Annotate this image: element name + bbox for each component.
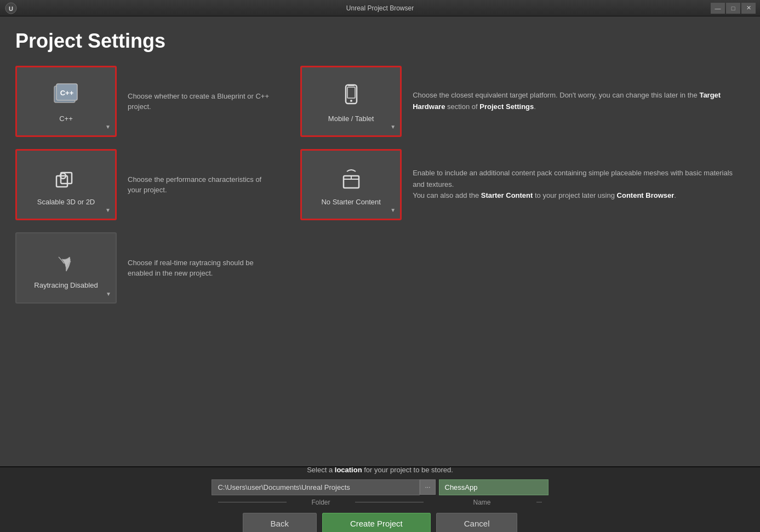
left-column: C++ C++ ▼ Choose whether to create a Blu… xyxy=(15,66,284,310)
window-controls: — □ ✕ xyxy=(711,3,756,14)
browse-folder-button[interactable]: ··· xyxy=(420,479,435,495)
name-label: Name xyxy=(427,499,536,506)
cpp-row: C++ C++ ▼ Choose whether to create a Blu… xyxy=(15,66,284,137)
create-project-button[interactable]: Create Project xyxy=(322,513,431,533)
location-label: Select a location for your project to be… xyxy=(307,466,453,474)
starter-label: No Starter Content xyxy=(321,198,380,206)
starter-icon xyxy=(336,164,367,195)
raytracing-row: Raytracing Disabled ▼ Choose if real-tim… xyxy=(15,232,284,304)
cpp-description: Choose whether to create a Blueprint or … xyxy=(117,91,284,112)
window-title: Unreal Project Browser xyxy=(346,4,414,12)
right-column: Mobile / Tablet ▼ Choose the closest equ… xyxy=(300,66,745,310)
cpp-icon: C++ xyxy=(51,81,82,111)
action-buttons: Back Create Project Cancel xyxy=(22,513,738,533)
folder-separator-right xyxy=(355,502,424,502)
folder-path-input[interactable] xyxy=(212,479,420,495)
mobile-row: Mobile / Tablet ▼ Choose the closest equ… xyxy=(300,66,745,137)
svg-point-10 xyxy=(350,100,352,102)
folder-label: Folder xyxy=(287,499,355,506)
bottom-bar: Select a location for your project to be… xyxy=(0,466,760,532)
maximize-button[interactable]: □ xyxy=(726,3,740,14)
mobile-label: Mobile / Tablet xyxy=(328,115,374,123)
starter-row: No Starter Content ▼ Enable to include a… xyxy=(300,149,745,220)
cpp-tile[interactable]: C++ C++ ▼ xyxy=(15,66,117,137)
page-title: Project Settings xyxy=(15,30,745,53)
cpp-label: C++ xyxy=(59,115,73,123)
mobile-description: Choose the closest equivalent target pla… xyxy=(402,90,745,113)
close-button[interactable]: ✕ xyxy=(741,3,756,14)
starter-description: Enable to include an additional content … xyxy=(402,168,745,202)
scalable-description: Choose the performance characteristics o… xyxy=(117,174,284,196)
starter-dropdown-arrow: ▼ xyxy=(390,207,396,213)
ue-logo: U xyxy=(4,2,18,15)
raytracing-tile[interactable]: Raytracing Disabled ▼ xyxy=(15,232,117,304)
name-separator xyxy=(536,502,542,502)
title-bar: U Unreal Project Browser — □ ✕ xyxy=(0,0,760,16)
starter-tile[interactable]: No Starter Content ▼ xyxy=(300,149,402,220)
cpp-dropdown-arrow: ▼ xyxy=(105,124,111,130)
raytracing-dropdown-arrow: ▼ xyxy=(106,291,111,297)
mobile-tile[interactable]: Mobile / Tablet ▼ xyxy=(300,66,402,137)
svg-rect-9 xyxy=(347,87,355,98)
project-name-input[interactable] xyxy=(439,479,548,495)
svg-text:U: U xyxy=(9,5,13,12)
scalable-tile[interactable]: Scalable 3D or 2D ▼ xyxy=(15,149,117,220)
settings-columns: C++ C++ ▼ Choose whether to create a Blu… xyxy=(15,66,745,310)
field-labels: Folder Name xyxy=(218,499,542,506)
path-row: ··· xyxy=(212,479,548,495)
scalable-row: Scalable 3D or 2D ▼ Choose the performan… xyxy=(15,149,284,220)
back-button[interactable]: Back xyxy=(243,513,317,533)
mobile-dropdown-arrow: ▼ xyxy=(390,124,396,130)
raytracing-icon xyxy=(51,247,82,278)
folder-separator-left xyxy=(218,502,287,502)
raytracing-label: Raytracing Disabled xyxy=(34,281,98,289)
svg-rect-11 xyxy=(348,85,355,86)
main-content: Project Settings C++ C++ ▼ Choose whethe… xyxy=(0,16,760,466)
minimize-button[interactable]: — xyxy=(711,3,725,14)
cancel-button[interactable]: Cancel xyxy=(436,513,518,533)
scalable-label: Scalable 3D or 2D xyxy=(37,198,95,206)
scalable-dropdown-arrow: ▼ xyxy=(105,207,111,213)
mobile-icon xyxy=(336,81,367,111)
raytracing-description: Choose if real-time raytracing should be… xyxy=(117,258,284,279)
svg-text:C++: C++ xyxy=(60,89,73,97)
scalable-icon xyxy=(51,164,82,195)
